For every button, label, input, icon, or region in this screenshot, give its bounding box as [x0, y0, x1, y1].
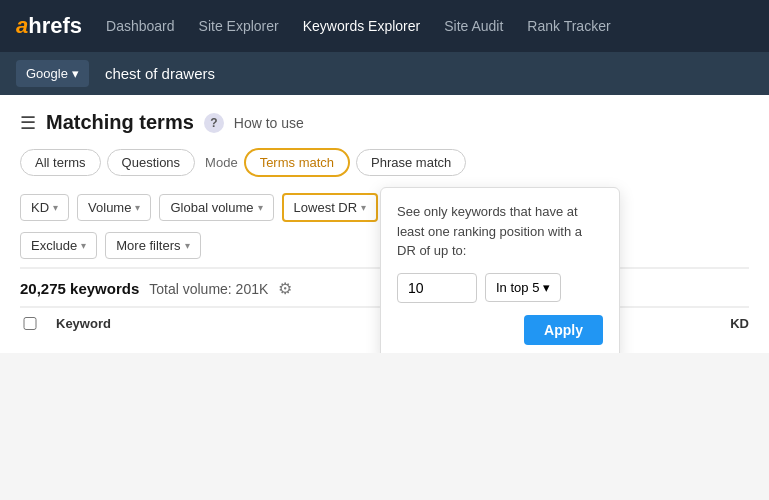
tabs-row: All terms Questions Mode Terms match Phr… [20, 148, 749, 177]
volume-caret-icon: ▾ [135, 202, 140, 213]
filter-kd-label: KD [31, 200, 49, 215]
filter-lowest-dr-label: Lowest DR [294, 200, 358, 215]
top-select-caret-icon: ▾ [543, 280, 550, 295]
global-volume-caret-icon: ▾ [258, 202, 263, 213]
dr-value-input[interactable] [397, 273, 477, 303]
more-caret-icon: ▾ [185, 240, 190, 251]
filter-exclude-label: Exclude [31, 238, 77, 253]
col-kd: KD [709, 316, 749, 331]
search-engine-button[interactable]: Google ▾ [16, 60, 89, 87]
filter-volume-label: Volume [88, 200, 131, 215]
top-position-label: In top 5 [496, 280, 539, 295]
exclude-caret-icon: ▾ [81, 240, 86, 251]
logo-a: a [16, 13, 28, 39]
search-engine-label: Google [26, 66, 68, 81]
filter-lowest-dr[interactable]: Lowest DR ▾ [282, 193, 379, 222]
nav-dashboard[interactable]: Dashboard [106, 18, 175, 34]
lowest-dr-caret-icon: ▾ [361, 202, 366, 213]
settings-icon[interactable]: ⚙ [278, 279, 292, 298]
top-position-select[interactable]: In top 5 ▾ [485, 273, 561, 302]
filter-more-label: More filters [116, 238, 180, 253]
select-all-checkbox[interactable] [20, 317, 40, 330]
tooltip-apply-row: Apply [397, 315, 603, 345]
search-input[interactable] [97, 61, 753, 86]
help-icon[interactable]: ? [204, 113, 224, 133]
how-to-use-link[interactable]: How to use [234, 115, 304, 131]
mode-label: Mode [205, 155, 238, 170]
filter-more-filters[interactable]: More filters ▾ [105, 232, 200, 259]
hamburger-icon[interactable]: ☰ [20, 112, 36, 134]
tab-phrase-match[interactable]: Phrase match [356, 149, 466, 176]
logo: ahrefs [16, 13, 82, 39]
filter-exclude[interactable]: Exclude ▾ [20, 232, 97, 259]
total-volume: Total volume: 201K [149, 281, 268, 297]
keywords-count: 20,275 keywords [20, 280, 139, 297]
lowest-dr-tooltip: See only keywords that have at least one… [380, 187, 620, 353]
top-nav: ahrefs Dashboard Site Explorer Keywords … [0, 0, 769, 52]
tab-questions[interactable]: Questions [107, 149, 196, 176]
search-bar: Google ▾ [0, 52, 769, 95]
tooltip-description: See only keywords that have at least one… [397, 202, 603, 261]
apply-button[interactable]: Apply [524, 315, 603, 345]
filter-global-volume[interactable]: Global volume ▾ [159, 194, 273, 221]
logo-rest: hrefs [28, 13, 82, 39]
kd-caret-icon: ▾ [53, 202, 58, 213]
filter-global-volume-label: Global volume [170, 200, 253, 215]
main-content: ☰ Matching terms ? How to use All terms … [0, 95, 769, 353]
nav-rank-tracker[interactable]: Rank Tracker [527, 18, 610, 34]
engine-caret-icon: ▾ [72, 66, 79, 81]
section-header: ☰ Matching terms ? How to use [20, 111, 749, 134]
nav-site-explorer[interactable]: Site Explorer [199, 18, 279, 34]
tab-all-terms[interactable]: All terms [20, 149, 101, 176]
tab-terms-match[interactable]: Terms match [244, 148, 350, 177]
filter-kd[interactable]: KD ▾ [20, 194, 69, 221]
tooltip-input-row: In top 5 ▾ [397, 273, 603, 303]
filter-volume[interactable]: Volume ▾ [77, 194, 151, 221]
section-title: Matching terms [46, 111, 194, 134]
nav-links: Dashboard Site Explorer Keywords Explore… [106, 18, 611, 34]
nav-keywords-explorer[interactable]: Keywords Explorer [303, 18, 421, 34]
nav-site-audit[interactable]: Site Audit [444, 18, 503, 34]
